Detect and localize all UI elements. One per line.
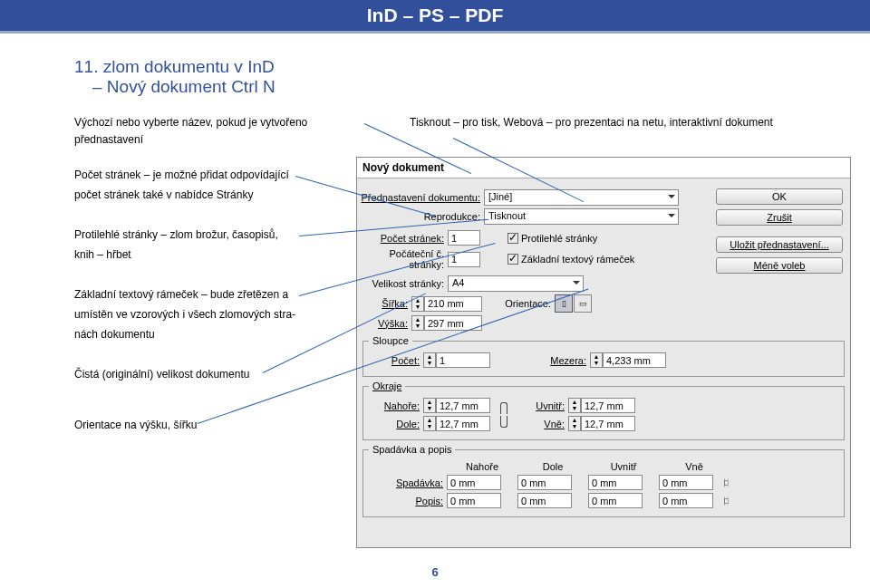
cancel-button[interactable]: Zrušit [716,209,843,226]
margin-top-label: Nahoře: [369,400,423,411]
section-heading: 11. zlom dokumentu v InD – Nový dokument… [74,57,276,97]
width-stepper[interactable]: ▲▼ [411,296,482,312]
callout-page-size: Čistá (originální) velikost dokumentu [74,366,373,383]
slug-top-input[interactable] [447,493,501,508]
gutter-label: Mezera: [490,355,590,366]
col-head-top: Nahoře [447,461,517,472]
slug-link-icon[interactable] [722,496,728,504]
column-count-stepper[interactable]: ▲▼ [423,352,490,368]
columns-legend: Sloupce [369,335,412,346]
bleed-slug-group: Spadávka a popis Nahoře Dole Uvnitř Vně … [362,444,845,517]
page-size-label: Velikost stránky: [357,278,448,289]
callout-preset: Výchozí nebo vyberte název, pokud je vyt… [74,114,373,148]
callout-page-count-2: počet stránek také v nabídce Stránky [74,187,373,204]
col-head-outside: Vně [659,461,730,472]
gutter-stepper[interactable]: ▲▼ [590,352,666,368]
width-input[interactable] [424,296,482,312]
margin-top-stepper[interactable]: ▲▼ [423,398,490,413]
master-text-frame-checkbox[interactable] [508,254,518,265]
margins-legend: Okraje [369,381,405,391]
bleed-outside-input[interactable] [659,475,713,490]
margin-bottom-stepper[interactable]: ▲▼ [423,416,490,431]
margins-group: Okraje Nahoře: ▲▼ Dole: ▲▼ Uvnitř: [362,381,845,440]
margin-inside-label: Uvnitř: [514,400,568,411]
callout-facing-2: knih – hřbet [74,246,373,264]
callout-orientation: Orientace na výšku, šířku [74,417,373,434]
col-head-inside: Uvnitř [588,461,659,472]
page-count-label: Počet stránek: [357,233,448,244]
intent-dropdown[interactable]: Tisknout [484,208,679,225]
bleed-row-label: Spadávka: [369,477,447,488]
bleed-top-input[interactable] [447,475,501,490]
callout-facing-1: Protilehlé stránky – zlom brožur, časopi… [74,227,373,244]
margin-bottom-label: Dole: [369,419,423,429]
margin-link-icon[interactable] [498,400,507,429]
save-preset-button[interactable]: Uložit přednastavení... [716,236,843,253]
heading-line1: 11. zlom dokumentu v InD [74,57,276,77]
preset-label: Přednastavení dokumentu: [357,192,484,203]
margin-inside-input[interactable] [581,398,635,413]
facing-pages-label: Protilehlé stránky [521,233,597,244]
slug-inside-input[interactable] [588,493,643,508]
callout-textframe-2: umístěn ve vzorových i všech zlomových s… [74,306,373,323]
margin-top-input[interactable] [436,398,490,413]
page-count-input[interactable] [448,230,480,246]
gutter-input[interactable] [603,352,666,368]
slug-outside-input[interactable] [659,493,713,508]
bleed-link-icon[interactable] [722,478,728,486]
page-size-dropdown[interactable]: A4 [448,275,584,292]
column-count-input[interactable] [436,352,490,368]
fewer-options-button[interactable]: Méně voleb [716,257,843,274]
bleed-slug-legend: Spadávka a popis [369,444,455,455]
margin-outside-input[interactable] [581,416,635,431]
margin-outside-label: Vně: [514,419,568,429]
callout-page-count-1: Počet stránek – je možné přidat odpovída… [74,167,373,184]
slug-row-label: Popis: [369,496,447,506]
preset-dropdown[interactable]: [Jiné] [484,189,679,206]
col-head-bottom: Dole [517,461,588,472]
bleed-bottom-input[interactable] [517,475,572,490]
ok-button[interactable]: OK [716,188,843,205]
slug-bottom-input[interactable] [517,493,572,508]
facing-pages-checkbox[interactable] [508,233,518,244]
callout-textframe-1: Základní textový rámeček – bude zřetězen… [74,286,373,304]
heading-line2: – Nový dokument Ctrl N [92,77,276,97]
page-number: 6 [0,565,870,579]
orientation-landscape-button[interactable]: ▭ [574,294,592,313]
dialog-title: Nový dokument [357,158,850,178]
margin-outside-stepper[interactable]: ▲▼ [568,416,635,431]
margin-inside-stepper[interactable]: ▲▼ [568,398,635,413]
margin-bottom-input[interactable] [436,416,490,431]
page-header-bar: InD – PS – PDF [0,0,870,31]
bleed-inside-input[interactable] [588,475,643,490]
master-text-frame-label: Základní textový rámeček [521,254,634,265]
callout-intent: Tisknout – pro tisk, Webová – pro prezen… [410,114,781,131]
